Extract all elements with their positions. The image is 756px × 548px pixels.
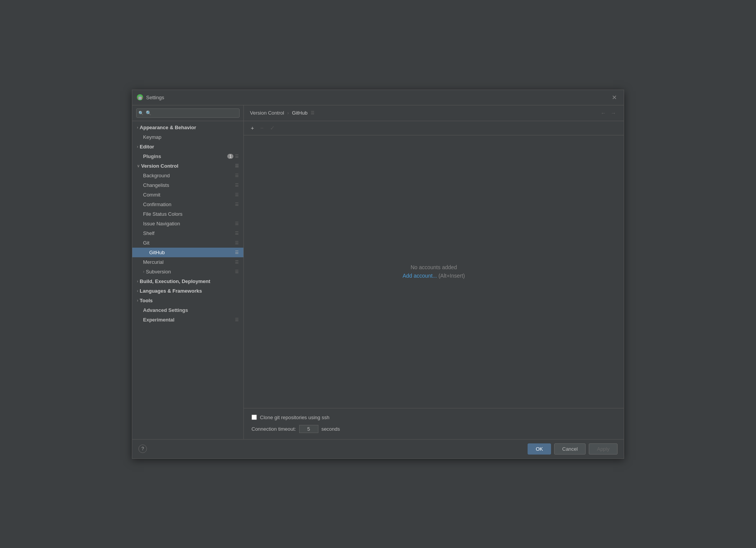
chevron-right-icon: ›: [137, 125, 138, 130]
timeout-row: Connection timeout: seconds: [251, 425, 616, 433]
plugins-badge: 1: [227, 154, 233, 159]
sidebar-item-label: Issue Navigation: [143, 221, 235, 227]
sidebar-item-github[interactable]: GitHub ☰: [132, 248, 243, 257]
breadcrumb-part1: Version Control: [250, 110, 284, 116]
sidebar-item-label: Background: [143, 173, 235, 178]
sidebar-item-label: Subversion: [146, 269, 235, 275]
sidebar-item-label: Changelists: [143, 182, 235, 188]
clone-ssh-label: Clone git repositories using ssh: [260, 415, 330, 420]
bottom-options: Clone git repositories using ssh Connect…: [244, 408, 624, 439]
close-button[interactable]: ✕: [609, 93, 619, 102]
sidebar-item-label: Experimental: [137, 317, 235, 323]
back-arrow[interactable]: ←: [599, 109, 608, 117]
main-content: 🔍 › Appearance & Behavior Keymap › Edito…: [132, 105, 624, 439]
breadcrumb-settings-icon: ☰: [311, 110, 315, 115]
forward-arrow[interactable]: →: [609, 109, 618, 117]
window-title: Settings: [146, 95, 164, 100]
sidebar-item-label: Build, Execution, Deployment: [140, 278, 239, 284]
panel-header: Version Control › GitHub ☰ ← →: [244, 105, 624, 121]
action-bar: ? OK Cancel Apply: [132, 439, 624, 458]
sidebar: 🔍 › Appearance & Behavior Keymap › Edito…: [132, 105, 244, 439]
settings-icon: ☰: [235, 231, 239, 236]
sidebar-item-label: Keymap: [137, 134, 239, 140]
content-area: No accounts added Add account... (Alt+In…: [244, 135, 624, 408]
add-account-link[interactable]: Add account...: [403, 273, 437, 279]
sidebar-item-label: Appearance & Behavior: [140, 125, 239, 130]
timeout-input[interactable]: [299, 425, 318, 433]
sidebar-item-version-control[interactable]: ∨ Version Control ☰: [132, 161, 243, 171]
sidebar-item-git[interactable]: Git ☰: [132, 238, 243, 248]
breadcrumb-separator: ›: [287, 110, 289, 116]
settings-icon: ☰: [235, 192, 239, 197]
timeout-label: Connection timeout:: [251, 426, 296, 432]
sidebar-item-keymap[interactable]: Keymap: [132, 132, 243, 142]
title-bar-left: 🤖 Settings: [137, 94, 164, 100]
ok-button[interactable]: OK: [528, 443, 551, 455]
settings-icon: ☰: [235, 240, 239, 245]
apply-button[interactable]: Apply: [589, 443, 618, 455]
breadcrumb-part2: GitHub: [292, 110, 307, 116]
add-account-shortcut: (Alt+Insert): [438, 273, 465, 279]
sidebar-item-issue-navigation[interactable]: Issue Navigation ☰: [132, 219, 243, 228]
settings-icon: ☰: [235, 183, 239, 188]
sidebar-item-label: Languages & Frameworks: [140, 288, 239, 294]
verify-account-toolbar-button[interactable]: ✓: [268, 123, 277, 133]
sidebar-item-label: Git: [143, 240, 235, 246]
sidebar-item-experimental[interactable]: Experimental ☰: [132, 315, 243, 325]
sidebar-item-label: Confirmation: [143, 202, 235, 207]
sidebar-item-label: Tools: [140, 298, 239, 303]
sidebar-item-plugins[interactable]: Plugins 1 ☰: [132, 152, 243, 161]
sidebar-item-advanced-settings[interactable]: Advanced Settings: [132, 305, 243, 315]
settings-icon: ☰: [235, 317, 239, 322]
settings-icon: ☰: [235, 163, 239, 168]
chevron-right-icon: ›: [137, 145, 138, 149]
sidebar-item-file-status-colors[interactable]: File Status Colors: [132, 209, 243, 219]
empty-message-text: No accounts added: [403, 264, 465, 270]
breadcrumb: Version Control › GitHub ☰: [250, 110, 315, 116]
sidebar-item-editor[interactable]: › Editor: [132, 142, 243, 152]
sidebar-item-label: Mercurial: [143, 259, 235, 265]
search-input[interactable]: [136, 108, 240, 118]
settings-icon: ☰: [235, 173, 239, 178]
chevron-right-icon: ›: [137, 298, 138, 303]
settings-icon: ☰: [235, 260, 239, 265]
cancel-button[interactable]: Cancel: [554, 443, 586, 455]
sidebar-item-changelists[interactable]: Changelists ☰: [132, 180, 243, 190]
help-button[interactable]: ?: [138, 445, 147, 453]
title-bar: 🤖 Settings ✕: [132, 90, 624, 105]
sidebar-item-label: File Status Colors: [143, 211, 239, 217]
sidebar-item-label: Advanced Settings: [137, 307, 239, 313]
chevron-right-icon: ›: [137, 279, 138, 283]
search-bar: 🔍: [132, 105, 243, 121]
sidebar-item-label: Shelf: [143, 230, 235, 236]
sidebar-item-commit[interactable]: Commit ☰: [132, 190, 243, 200]
sidebar-item-mercurial[interactable]: Mercurial ☰: [132, 257, 243, 267]
settings-dialog: 🤖 Settings ✕ 🔍 › Appearance & Behavior: [132, 90, 624, 459]
sidebar-item-confirmation[interactable]: Confirmation ☰: [132, 200, 243, 209]
add-account-toolbar-button[interactable]: +: [248, 123, 256, 132]
search-wrapper: 🔍: [136, 108, 240, 118]
sidebar-item-label: GitHub: [149, 250, 235, 255]
right-panel: Version Control › GitHub ☰ ← → + − ✓: [244, 105, 624, 439]
chevron-right-icon: ›: [143, 270, 144, 274]
sidebar-item-background[interactable]: Background ☰: [132, 171, 243, 180]
app-icon: 🤖: [137, 94, 143, 100]
nav-list: › Appearance & Behavior Keymap › Editor …: [132, 121, 243, 439]
sidebar-item-build-execution[interactable]: › Build, Execution, Deployment: [132, 276, 243, 286]
sidebar-item-subversion[interactable]: › Subversion ☰: [132, 267, 243, 276]
clone-ssh-row: Clone git repositories using ssh: [251, 415, 616, 420]
remove-account-toolbar-button[interactable]: −: [258, 123, 266, 132]
clone-ssh-checkbox[interactable]: [251, 415, 257, 420]
sidebar-item-tools[interactable]: › Tools: [132, 296, 243, 305]
sidebar-item-label: Version Control: [141, 163, 235, 169]
timeout-unit: seconds: [321, 426, 340, 432]
settings-icon: ☰: [235, 250, 239, 255]
settings-icon: ☰: [235, 154, 239, 159]
sidebar-item-languages[interactable]: › Languages & Frameworks: [132, 286, 243, 296]
settings-icon: ☰: [235, 269, 239, 274]
settings-icon: ☰: [235, 202, 239, 207]
question-mark-icon: ?: [142, 446, 144, 451]
sidebar-item-shelf[interactable]: Shelf ☰: [132, 228, 243, 238]
no-accounts-message: No accounts added Add account... (Alt+In…: [403, 264, 465, 279]
sidebar-item-appearance[interactable]: › Appearance & Behavior: [132, 123, 243, 132]
